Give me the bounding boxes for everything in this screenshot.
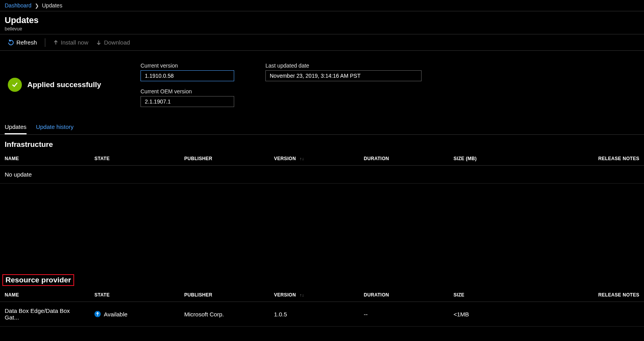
col-duration[interactable]: DURATION — [359, 152, 449, 166]
breadcrumb: Dashboard ❯ Updates — [0, 0, 644, 11]
col-state[interactable]: STATE — [90, 288, 180, 302]
col-size[interactable]: SIZE (MB) — [449, 152, 539, 166]
breadcrumb-current: Updates — [42, 2, 62, 9]
table-row: No update — [0, 166, 644, 184]
tabs: Updates Update history — [0, 120, 644, 135]
page-subtitle: bellevue — [5, 26, 639, 32]
infrastructure-table: NAME STATE PUBLISHER VERSION ↑↓ DURATION… — [0, 152, 644, 184]
install-now-button[interactable]: Install now — [50, 37, 92, 47]
tab-updates[interactable]: Updates — [5, 120, 27, 134]
infrastructure-heading: Infrastructure — [0, 135, 644, 152]
resource-provider-table: NAME STATE PUBLISHER VERSION ↑↓ DURATION… — [0, 288, 644, 327]
cell-version: 1.0.5 — [269, 302, 359, 327]
cell-release-notes — [539, 302, 644, 327]
cell-size: <1MB — [449, 302, 539, 327]
last-updated-label: Last updated date — [265, 62, 422, 69]
status-message: Applied successfully — [27, 80, 101, 89]
col-name[interactable]: NAME — [0, 288, 90, 302]
col-publisher[interactable]: PUBLISHER — [180, 288, 269, 302]
page-title: Updates — [5, 15, 639, 25]
spacer — [0, 184, 644, 270]
download-label: Download — [104, 39, 130, 46]
status-section: Applied successfully Current version 1.1… — [0, 51, 644, 116]
toolbar: Refresh Install now Download — [0, 34, 644, 51]
toolbar-divider — [45, 38, 45, 47]
oem-version-label: Current OEM version — [141, 88, 234, 95]
download-button[interactable]: Download — [93, 37, 133, 47]
current-version-label: Current version — [141, 62, 234, 69]
col-name[interactable]: NAME — [0, 152, 90, 166]
oem-version-field[interactable]: 2.1.1907.1 — [141, 96, 234, 107]
col-size[interactable]: SIZE — [449, 288, 539, 302]
install-now-label: Install now — [61, 39, 89, 46]
tab-update-history[interactable]: Update history — [36, 120, 74, 134]
col-version[interactable]: VERSION ↑↓ — [269, 288, 359, 302]
last-updated-field[interactable]: November 23, 2019, 3:14:16 AM PST — [265, 70, 422, 81]
refresh-icon — [8, 39, 14, 46]
breadcrumb-dashboard[interactable]: Dashboard — [5, 2, 32, 9]
sort-icon: ↑↓ — [300, 156, 304, 161]
title-block: Updates bellevue — [0, 11, 644, 34]
col-release-notes[interactable]: RELEASE NOTES — [539, 288, 644, 302]
current-version-field[interactable]: 1.1910.0.58 — [141, 70, 234, 81]
cell-state: Available — [90, 302, 180, 327]
col-duration[interactable]: DURATION — [359, 288, 449, 302]
sort-icon: ↑↓ — [300, 293, 304, 297]
col-publisher[interactable]: PUBLISHER — [180, 152, 269, 166]
resource-provider-heading: Resource provider — [2, 274, 74, 286]
col-release-notes[interactable]: RELEASE NOTES — [539, 152, 644, 166]
arrow-down-icon — [96, 40, 101, 45]
cell-publisher: Microsoft Corp. — [180, 302, 269, 327]
available-status-icon — [94, 311, 101, 317]
infrastructure-empty: No update — [0, 166, 644, 184]
cell-duration: -- — [359, 302, 449, 327]
cell-name: Data Box Edge/Data Box Gat... — [0, 302, 90, 327]
col-state[interactable]: STATE — [90, 152, 180, 166]
refresh-button[interactable]: Refresh — [5, 37, 40, 47]
arrow-up-icon — [53, 40, 59, 45]
table-row[interactable]: Data Box Edge/Data Box Gat... Available … — [0, 302, 644, 327]
refresh-label: Refresh — [16, 39, 37, 46]
col-version[interactable]: VERSION ↑↓ — [269, 152, 359, 166]
success-check-icon — [8, 78, 22, 92]
breadcrumb-separator-icon: ❯ — [35, 3, 39, 9]
